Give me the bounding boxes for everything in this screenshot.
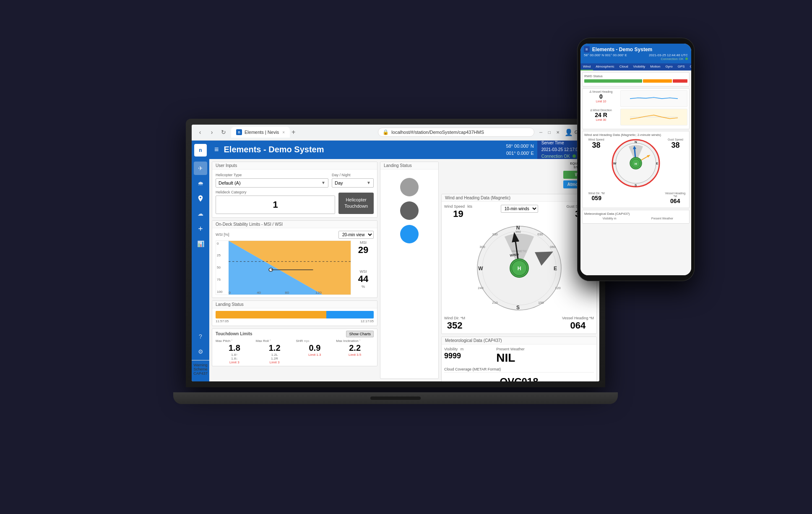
forward-button[interactable]: › [207,127,217,137]
header-title: Elements - Demo System [224,145,506,154]
sidebar-item-settings[interactable]: ⚙ [194,345,207,358]
wind-speed-label: Wind Speed kts [444,204,472,209]
minimize-button[interactable]: ─ [538,129,544,136]
phone-wind-dir-bottom-label: Wind Dir. *M [584,192,609,195]
svg-text:N: N [635,140,637,144]
svg-text:W: W [478,266,483,271]
phone-vessel-hdg-bottom-value: 064 [663,198,688,204]
tab-close-icon[interactable]: × [282,130,285,135]
touchdown-limits-panel: Touchdown Limits Show Charts Max Pitch [212,329,377,366]
visibility-label: Visibility m [444,347,493,351]
touchdown-button[interactable]: HelicopterTouchdown [338,193,374,214]
day-night-select[interactable]: Day ▼ [332,178,374,188]
limits-title: Touchdown Limits [216,331,252,336]
landing-status-circles-panel: Landing Status [380,162,439,379]
phone-tab-motion[interactable]: Motion [648,63,663,70]
lon-display: 001° 0.000' E [506,150,534,157]
status-bar-blue [326,311,374,318]
user-inputs-content: Helicopter Type Default (A) ▼ Day / Nigh… [212,170,377,217]
meteo-content: Visibility m 9999 Present Weather NIL [442,344,596,381]
landing-status-bar-title: Landing Status [212,301,377,308]
phone-gust-value: 38 [664,141,687,150]
close-button[interactable]: ✕ [554,129,561,136]
phone-rwd-title: RWD Status [584,74,687,78]
chart-view-select[interactable]: 20-min view [338,231,374,239]
left-column: User Inputs Helicopter Type Default (A) … [212,162,377,379]
rwd-bar-row [584,79,687,83]
phone-menu-icon[interactable]: ≡ [584,46,590,52]
max-pitch-value: 1.8 [216,343,253,353]
svg-text:120: 120 [555,286,561,290]
chart-y-axis: 100 75 50 25 0 [216,241,229,295]
sidebar-item-help[interactable]: ? [194,330,207,343]
wind-bottom-row: Wind Dir. *M 352 Vessel Heading [444,316,594,331]
sidebar-item-charts[interactable]: 📊 [194,237,207,250]
landing-status-bar-panel: Landing Status 11:57:05 12:17:05 [212,300,377,326]
svg-text:E: E [656,162,658,165]
show-charts-button[interactable]: Show Charts [346,331,374,337]
msi-label: MSI [353,240,374,245]
heli-type-group: Helicopter Type Default (A) ▼ [216,173,328,188]
day-night-label: Day / Night [332,173,374,177]
max-incl-label: Max Inclination ° [336,339,374,343]
sidebar-item-flight[interactable]: ✈ [194,162,207,175]
phone-tab-gyro[interactable]: Gyro [663,63,675,70]
svg-text:S: S [516,305,519,310]
svg-text:360: 360 [515,230,521,234]
svg-text:210: 210 [492,301,498,305]
address-bar[interactable]: 🔒 localhost/#/station/DemoSystem/cap437H… [378,128,534,137]
sidebar-item-motion[interactable] [194,192,207,205]
day-night-group: Day / Night Day ▼ [332,173,374,188]
sidebar-item-upload[interactable] [194,222,207,235]
active-tab[interactable]: n Elements | Nevis × [231,127,290,138]
phone-rwd-panel: RWD Status [582,72,690,86]
vessel-heading-metric: Vessel Heading *M 064 [562,316,594,331]
equipment-status-container: EQUIPMENTSTATUS Wind Atmospheric [441,162,597,190]
phone-wind-dir-bottom: Wind Dir. *M 059 [584,192,609,204]
phone-gust-label: Gust Speed [664,138,687,141]
winds-select[interactable]: 10-min winds [501,205,538,213]
wind-heading-title: Wind and Heading Data (Magnetic) [442,194,596,202]
app-layout: n ✈ 🌧 ☁ 📊 ? ⚙ Warni [192,141,599,381]
phone-wind-dir-bottom-value: 059 [584,195,609,201]
max-incl-value: 2.2 [336,343,374,353]
svg-text:40: 40 [257,290,261,294]
shr-item: SHR mps 0.9 Limit 1.3 [296,339,334,364]
svg-text:120: 120 [315,290,322,294]
wsi-unit: % [353,284,374,289]
chart-with-values: 100 75 50 25 0 [216,240,374,295]
header-menu-icon[interactable]: ≡ [214,145,219,154]
maximize-button[interactable]: □ [546,129,553,136]
phone-tab-visibility[interactable]: Visibility [631,63,648,70]
heli-type-label: Helicopter Type [216,173,328,177]
browser-controls: ‹ › ↻ [195,127,229,137]
y-label-50: 50 [217,266,228,269]
phone-vessel-chart [620,90,687,107]
back-button[interactable]: ‹ [195,127,205,137]
profile-icon[interactable]: 👤 [565,128,573,136]
phone-compass-container: N E S W [611,138,661,190]
svg-text:E: E [553,266,557,271]
phone-meteo-panel: Meteorological Data (CAP437) Visibility … [582,210,690,224]
sidebar-item-cloud[interactable]: ☁ [194,207,207,220]
phone-meteo-row: Visibility m Present Weather [584,217,687,220]
phone-tab-cloud[interactable]: Cloud [617,63,631,70]
wsi-box: WSI 44 % [353,269,374,295]
right-column: EQUIPMENTSTATUS Wind Atmospheric Wind an… [441,162,597,379]
phone-wind-dir-value: 24 R [584,112,618,118]
heli-type-select[interactable]: Default (A) ▼ [216,178,328,188]
phone-tab-orga[interactable]: Orga [687,63,691,70]
phone-tab-wind[interactable]: Wind [580,63,593,70]
browser-chrome: ‹ › ↻ n Elements | Nevis × + 🔒 localhost… [192,125,599,141]
landing-status-circles [380,170,438,252]
phone-tab-gps[interactable]: GPS [675,63,687,70]
helideck-cat-label: Helideck Category [216,190,335,194]
phone-tab-atmospheric[interactable]: Atmospheric [593,63,617,70]
refresh-button[interactable]: ↻ [219,127,229,137]
sidebar-item-weather[interactable]: 🌧 [194,177,207,190]
y-label-25: 25 [217,253,228,257]
status-circle-1 [400,178,419,196]
new-tab-button[interactable]: + [291,128,295,136]
limits-header: Touchdown Limits Show Charts [216,331,374,337]
chart-header: WSI [%] 20-min view [216,231,374,239]
